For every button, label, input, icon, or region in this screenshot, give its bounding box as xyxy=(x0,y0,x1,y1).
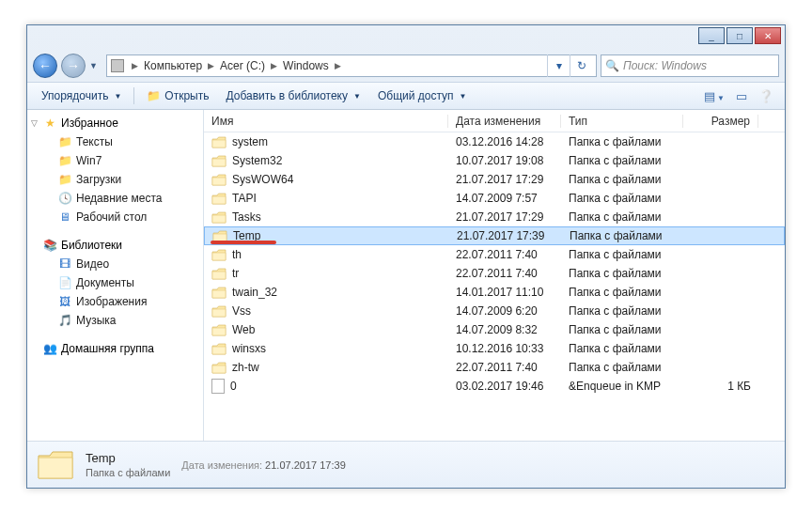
breadcrumb-sep[interactable]: ▶ xyxy=(333,61,343,70)
file-name: Tasks xyxy=(232,210,261,224)
chevron-down-icon: ▼ xyxy=(353,92,361,101)
file-date: 14.07.2009 8:32 xyxy=(448,323,561,336)
file-name: Vss xyxy=(232,304,251,318)
file-type: Папка с файлами xyxy=(561,135,683,148)
file-date: 14.07.2009 6:20 xyxy=(448,304,561,318)
folder-icon xyxy=(211,193,226,205)
folder-icon xyxy=(211,362,226,374)
favorites-header[interactable]: ▽ ★ Избранное xyxy=(27,114,203,132)
file-date: 21.07.2017 17:29 xyxy=(448,173,561,186)
chevron-down-icon: ▼ xyxy=(460,92,467,101)
file-row[interactable]: TAPI14.07.2009 7:57Папка с файлами xyxy=(204,189,785,208)
file-row[interactable]: Temp21.07.2017 17:39Папка с файлами xyxy=(204,226,785,245)
file-icon xyxy=(211,379,225,394)
file-date: 14.07.2009 7:57 xyxy=(448,192,561,205)
open-button[interactable]: 📁Открыть xyxy=(138,86,217,106)
sidebar-item-video[interactable]: 🎞Видео xyxy=(27,255,203,273)
homegroup-header[interactable]: 👥 Домашняя группа xyxy=(27,339,203,358)
column-header-date[interactable]: Дата изменения xyxy=(448,115,561,128)
address-dropdown[interactable]: ▾ xyxy=(547,54,570,77)
breadcrumb-drive[interactable]: Acer (C:) xyxy=(216,59,269,72)
file-row[interactable]: System3210.07.2017 19:08Папка с файлами xyxy=(204,151,785,170)
file-date: 22.07.2011 7:40 xyxy=(448,361,561,374)
view-options-button[interactable]: ▤▼ xyxy=(698,86,730,106)
explorer-window: _ □ ✕ ← → ▼ ▶ Компьютер ▶ Acer (C:) ▶ Wi… xyxy=(26,24,786,489)
file-name: zh-tw xyxy=(232,361,259,374)
file-row[interactable]: SysWOW6421.07.2017 17:29Папка с файлами xyxy=(204,170,785,189)
refresh-button[interactable]: ↻ xyxy=(570,54,592,77)
close-icon: ✕ xyxy=(764,31,772,41)
file-date: 14.01.2017 11:10 xyxy=(448,286,561,299)
file-row[interactable]: 003.02.2017 19:46&Enqueue in KMP1 КБ xyxy=(204,377,785,396)
file-row[interactable]: twain_3214.01.2017 11:10Папка с файлами xyxy=(204,283,785,302)
homegroup-group: 👥 Домашняя группа xyxy=(27,339,203,358)
nav-row: ← → ▼ ▶ Компьютер ▶ Acer (C:) ▶ Windows … xyxy=(27,50,785,82)
details-date-value: 21.07.2017 17:39 xyxy=(265,459,346,471)
folder-icon xyxy=(211,268,226,280)
document-icon: 📄 xyxy=(57,275,72,290)
column-header-type[interactable]: Тип xyxy=(561,115,683,128)
file-row[interactable]: Vss14.07.2009 6:20Папка с файлами xyxy=(204,302,785,320)
sidebar-item-recent[interactable]: 🕓Недавние места xyxy=(27,189,203,208)
chevron-down-icon: ▼ xyxy=(114,92,121,101)
file-name: system xyxy=(232,135,268,148)
sidebar-item-pictures[interactable]: 🖼Изображения xyxy=(27,292,203,311)
breadcrumb-sep[interactable]: ▶ xyxy=(206,61,216,70)
breadcrumb-sep[interactable]: ▶ xyxy=(269,61,279,70)
file-row[interactable]: th22.07.2011 7:40Папка с файлами xyxy=(204,245,785,264)
breadcrumb-sep[interactable]: ▶ xyxy=(130,61,140,70)
sidebar-item-downloads[interactable]: 📁Загрузки xyxy=(27,170,203,189)
maximize-button[interactable]: □ xyxy=(726,27,753,44)
file-type: Папка с файлами xyxy=(561,342,683,355)
libraries-icon: 📚 xyxy=(42,238,57,253)
folder-icon xyxy=(211,287,226,299)
file-type: Папка с файлами xyxy=(562,229,684,242)
preview-pane-button[interactable]: ▭ xyxy=(730,86,753,106)
minimize-button[interactable]: _ xyxy=(698,27,725,44)
folder-icon xyxy=(211,324,226,336)
file-type: Папка с файлами xyxy=(561,304,683,318)
file-row[interactable]: zh-tw22.07.2011 7:40Папка с файлами xyxy=(204,358,785,377)
share-button[interactable]: Общий доступ▼ xyxy=(369,86,476,106)
add-to-library-button[interactable]: Добавить в библиотеку▼ xyxy=(217,86,368,106)
titlebar: _ □ ✕ xyxy=(27,25,785,50)
file-name: TAPI xyxy=(232,192,257,205)
breadcrumb-folder[interactable]: Windows xyxy=(279,59,333,72)
file-row[interactable]: Tasks21.07.2017 17:29Папка с файлами xyxy=(204,208,785,226)
file-row[interactable]: Web14.07.2009 8:32Папка с файлами xyxy=(204,320,785,339)
folder-icon xyxy=(211,305,226,318)
back-button[interactable]: ← xyxy=(33,54,57,78)
sidebar-item-documents[interactable]: 📄Документы xyxy=(27,273,203,292)
file-type: Папка с файлами xyxy=(561,286,683,299)
highlight-line xyxy=(211,241,276,244)
libraries-group: 📚 Библиотеки 🎞Видео 📄Документы 🖼Изображе… xyxy=(27,236,203,330)
nav-history-dropdown[interactable]: ▼ xyxy=(89,61,102,70)
file-list[interactable]: system03.12.2016 14:28Папка с файламиSys… xyxy=(204,132,785,441)
sidebar-item-texts[interactable]: 📁Тексты xyxy=(27,132,203,151)
libraries-header[interactable]: 📚 Библиотеки xyxy=(27,236,203,255)
file-name: 0 xyxy=(230,380,237,393)
help-button[interactable]: ❔ xyxy=(753,86,779,106)
column-header-name[interactable]: Имя xyxy=(204,115,448,128)
search-icon: 🔍 xyxy=(605,59,619,72)
sidebar-item-desktop[interactable]: 🖥Рабочий стол xyxy=(27,208,203,226)
file-name: Web xyxy=(232,323,255,336)
file-row[interactable]: winsxs10.12.2016 10:33Папка с файлами xyxy=(204,339,785,358)
column-header-size[interactable]: Размер xyxy=(683,115,758,128)
breadcrumb-computer[interactable]: Компьютер xyxy=(140,59,206,72)
search-box[interactable]: 🔍 Поиск: Windows xyxy=(601,54,779,77)
sidebar-item-win7[interactable]: 📁Win7 xyxy=(27,151,203,170)
file-row[interactable]: system03.12.2016 14:28Папка с файлами xyxy=(204,132,785,151)
collapse-icon: ▽ xyxy=(31,118,38,128)
file-row[interactable]: tr22.07.2011 7:40Папка с файлами xyxy=(204,264,785,283)
organize-button[interactable]: Упорядочить▼ xyxy=(33,86,130,106)
minimize-icon: _ xyxy=(709,31,714,41)
address-bar[interactable]: ▶ Компьютер ▶ Acer (C:) ▶ Windows ▶ ▾ ↻ xyxy=(106,54,597,77)
close-button[interactable]: ✕ xyxy=(755,27,781,44)
video-icon: 🎞 xyxy=(57,256,72,272)
file-date: 21.07.2017 17:39 xyxy=(449,229,562,242)
drive-icon xyxy=(111,59,124,72)
sidebar-item-music[interactable]: 🎵Музыка xyxy=(27,311,203,330)
forward-button[interactable]: → xyxy=(61,54,86,78)
window-controls: _ □ ✕ xyxy=(698,27,781,44)
